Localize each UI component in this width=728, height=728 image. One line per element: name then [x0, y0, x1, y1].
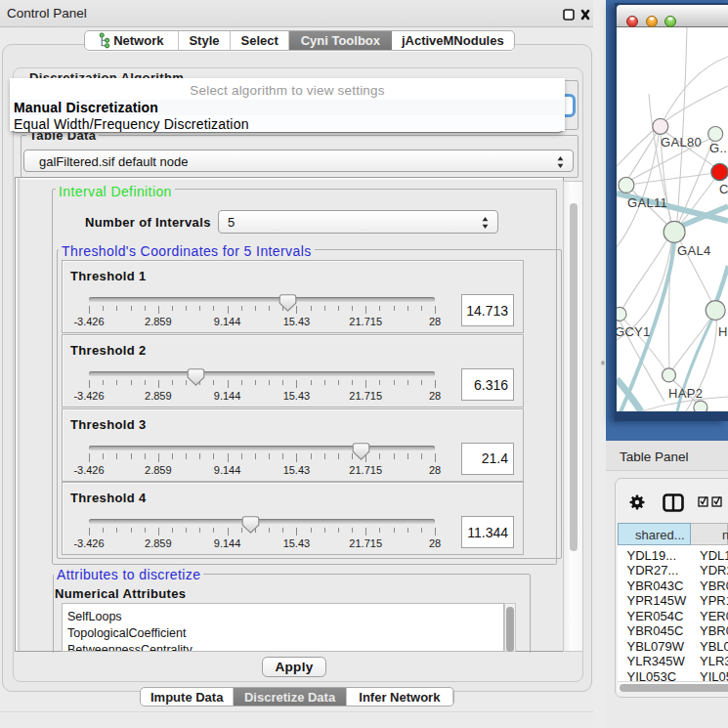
svg-text:GAL80: GAL80: [661, 135, 702, 150]
svg-text:HAP2: HAP2: [668, 386, 703, 401]
svg-text:GCY1: GCY1: [617, 324, 651, 339]
svg-text:GAL11: GAL11: [627, 195, 667, 210]
svg-text:C...: C...: [719, 182, 728, 196]
svg-text:G...: G...: [709, 141, 728, 155]
svg-text:H: H: [718, 324, 728, 339]
svg-text:GAL4: GAL4: [677, 243, 710, 258]
